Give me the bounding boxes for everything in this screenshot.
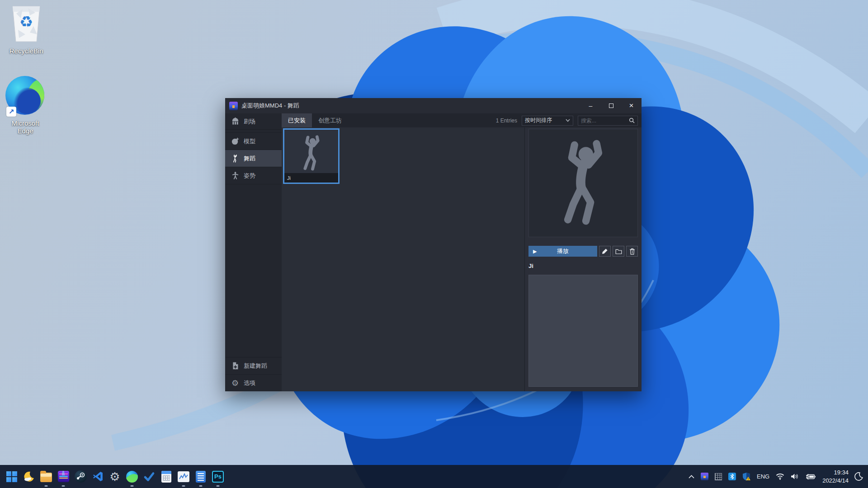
taskbar: ⚙ Ps — [0, 465, 868, 488]
sidebar-item-model[interactable]: 模型 — [225, 133, 282, 150]
detail-panel: ▶ 播放 — [524, 127, 642, 391]
edge-icon — [126, 471, 138, 483]
model-icon — [231, 137, 240, 146]
desktop: ♻ RecycleBin ↗ Microsoft Edge 桌面萌娘MMD4 -… — [0, 0, 868, 488]
minimize-button[interactable]: – — [580, 98, 601, 113]
sidebar-item-pose[interactable]: 姿势 — [225, 167, 282, 184]
desktop-icon-recycle-bin[interactable]: ♻ RecycleBin — [3, 3, 50, 55]
clock-date: 2022/4/14 — [822, 477, 849, 485]
chevron-down-icon — [566, 119, 570, 122]
widgets-weather-moon-icon — [23, 471, 35, 483]
search-input[interactable] — [581, 117, 629, 124]
detail-item-name: Ji — [528, 263, 638, 269]
sidebar: 剧场 模型 — [225, 113, 282, 391]
search-icon — [629, 117, 635, 123]
edge-icon: ↗ — [5, 76, 45, 117]
sidebar-divider — [225, 130, 282, 133]
dancing-figure-icon — [549, 140, 617, 226]
taskbar-steam[interactable] — [72, 465, 89, 488]
battery-charging-icon — [805, 474, 816, 480]
sidebar-item-options[interactable]: ⚙ 选项 — [225, 374, 282, 391]
taskbar-vscode[interactable] — [89, 465, 106, 488]
desktop-icon-microsoft-edge[interactable]: ↗ Microsoft Edge — [2, 76, 49, 135]
file-explorer-icon — [40, 473, 52, 482]
settings-gear-icon: ⚙ — [109, 471, 120, 483]
play-icon: ▶ — [533, 249, 537, 254]
taskbar-checkmark-app[interactable] — [141, 465, 158, 488]
recycle-bin-icon: ♻ — [10, 3, 42, 44]
steam-icon — [75, 470, 87, 483]
taskbar-settings[interactable]: ⚙ — [106, 465, 123, 488]
shortcut-arrow-icon: ↗ — [6, 107, 16, 117]
taskbar-photoshop[interactable]: Ps — [209, 465, 226, 488]
sidebar-item-label: 剧场 — [244, 117, 255, 126]
theater-icon — [231, 117, 240, 126]
tray-mmd-app[interactable] — [698, 465, 712, 488]
entries-count: 1 Entries — [496, 117, 517, 124]
chevron-up-icon — [689, 475, 694, 479]
maximize-button[interactable] — [601, 98, 621, 113]
taskbar-performance-monitor[interactable] — [175, 465, 192, 488]
clock-time: 19:34 — [834, 469, 849, 477]
desktop-icon-label: Microsoft Edge — [12, 119, 39, 135]
sidebar-item-dance[interactable]: 舞蹈 — [225, 150, 282, 167]
sidebar-item-theater[interactable]: 剧场 — [225, 113, 282, 130]
checkmark-app-icon — [143, 471, 155, 483]
taskbar-file-explorer[interactable] — [38, 465, 55, 488]
tab-installed[interactable]: 已安装 — [282, 113, 312, 127]
hidden-icons-button[interactable] — [685, 465, 698, 488]
taskbar-clock[interactable]: 19:34 2022/4/14 — [819, 469, 851, 484]
taskbar-game-app[interactable] — [55, 465, 72, 488]
dance-grid: Ji — [282, 127, 524, 391]
tray-volume[interactable] — [788, 465, 802, 488]
sidebar-spacer — [225, 184, 282, 357]
dance-icon — [231, 154, 240, 163]
dancing-figure-icon — [297, 135, 326, 171]
sort-dropdown[interactable]: 按时间排序 — [522, 116, 573, 126]
new-dance-file-icon — [231, 361, 240, 371]
pose-icon — [231, 171, 240, 180]
performance-monitor-icon — [178, 471, 189, 482]
dance-preview — [528, 129, 638, 237]
sidebar-item-label: 模型 — [244, 137, 255, 145]
bluetooth-icon — [728, 473, 736, 480]
volume-icon — [791, 473, 799, 480]
tray-security[interactable] — [739, 465, 754, 488]
night-mode-indicator[interactable] — [851, 465, 866, 488]
mmd-app-icon — [229, 102, 238, 110]
game-app-icon — [58, 471, 69, 482]
open-folder-icon — [615, 249, 622, 254]
delete-button[interactable] — [626, 246, 638, 257]
description-box — [528, 275, 638, 387]
sidebar-item-label: 选项 — [244, 379, 255, 387]
security-shield-icon — [742, 472, 750, 481]
window-titlebar[interactable]: 桌面萌娘MMD4 - 舞蹈 – × — [225, 98, 642, 113]
dance-item-ji[interactable]: Ji — [283, 128, 340, 184]
tray-grid-app[interactable] — [712, 465, 725, 488]
maximize-icon — [609, 103, 613, 108]
close-button[interactable]: × — [621, 98, 642, 113]
toolbar: 已安装 创意工坊 1 Entries 按时间排序 — [282, 113, 642, 127]
calculator-icon — [161, 471, 171, 483]
tray-battery[interactable] — [802, 465, 819, 488]
play-button[interactable]: ▶ 播放 — [528, 246, 597, 257]
tray-wifi[interactable] — [773, 465, 788, 488]
tray-bluetooth[interactable] — [725, 465, 739, 488]
taskbar-edge[interactable] — [123, 465, 141, 488]
options-gear-icon: ⚙ — [231, 379, 240, 388]
sidebar-item-label: 舞蹈 — [244, 155, 255, 163]
sidebar-item-label: 新建舞蹈 — [244, 362, 267, 370]
tab-workshop[interactable]: 创意工坊 — [312, 113, 348, 127]
language-indicator[interactable]: ENG — [754, 465, 773, 488]
mmd-app-window: 桌面萌娘MMD4 - 舞蹈 – × 剧场 — [225, 98, 642, 391]
taskbar-calculator[interactable] — [158, 465, 175, 488]
taskbar-notepad[interactable] — [192, 465, 209, 488]
grid-tray-icon — [715, 473, 722, 480]
taskbar-widgets-button[interactable] — [20, 465, 38, 488]
recycle-arrows-icon: ♻ — [19, 13, 33, 31]
open-folder-button[interactable] — [613, 246, 624, 257]
edit-button[interactable] — [599, 246, 611, 257]
mmd-tray-icon — [701, 473, 708, 480]
sidebar-item-new-dance[interactable]: 新建舞蹈 — [225, 357, 282, 374]
taskbar-start-button[interactable] — [3, 465, 20, 488]
